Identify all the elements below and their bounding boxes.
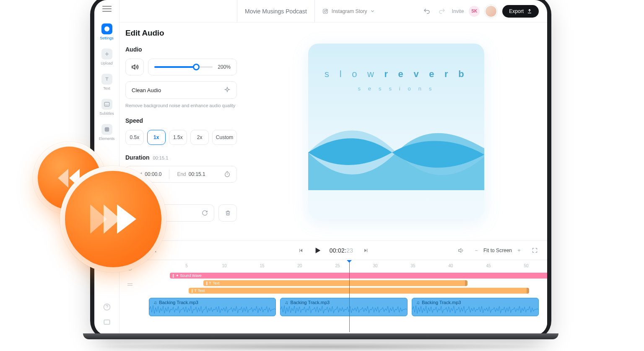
target-icon <box>101 23 112 34</box>
zoom-out-button[interactable]: − <box>473 248 479 253</box>
skip-forward-icon[interactable] <box>361 245 371 256</box>
cover-title-bold: r e v e r b <box>384 69 467 79</box>
shapes-icon <box>101 124 112 135</box>
cover-wave-art <box>308 115 484 190</box>
settings-rect-icon[interactable] <box>103 318 111 328</box>
plus-icon <box>101 49 112 59</box>
speed-0-5x[interactable]: 0.5x <box>125 130 144 145</box>
undo-icon[interactable] <box>422 6 432 16</box>
speed-1x[interactable]: 1x <box>147 130 166 145</box>
slider-thumb[interactable] <box>193 64 200 70</box>
end-field[interactable]: End00:15.1 <box>177 171 205 177</box>
export-button[interactable]: Export <box>502 5 539 18</box>
delete-audio-button[interactable] <box>218 204 237 222</box>
avatar[interactable] <box>485 5 497 18</box>
mute-icon[interactable] <box>456 245 466 256</box>
play-button[interactable] <box>314 246 322 255</box>
audio-heading: Audio <box>125 46 237 53</box>
svg-rect-2 <box>104 102 109 106</box>
cover-preview: s l o w r e v e r b s e s s i o n s <box>308 44 484 219</box>
duration-value: 00:15.1 <box>153 155 169 160</box>
sparkle-icon <box>224 87 231 93</box>
invite-label[interactable]: Invite <box>452 8 464 14</box>
audio-clip-3[interactable]: ♫Backing Track.mp3 <box>412 298 539 316</box>
menu-hamburger-icon[interactable] <box>102 4 112 13</box>
sidebar-item-settings[interactable]: Settings <box>94 20 119 44</box>
cover-title-light: s l o w <box>325 69 384 79</box>
subtitles-icon <box>101 99 112 110</box>
audio-clip-1[interactable]: ♫Backing Track.mp3 <box>149 298 276 316</box>
sidebar-item-label: Settings <box>100 36 114 40</box>
fast-forward-icon <box>65 171 161 267</box>
volume-icon <box>131 63 138 71</box>
track-text-2[interactable]: ‖ TText <box>189 288 529 294</box>
sidebar-item-label: Subtitles <box>99 111 114 116</box>
export-label: Export <box>509 8 524 14</box>
instagram-icon <box>322 8 328 14</box>
audio-clip-2[interactable]: ♫Backing Track.mp3 <box>280 298 407 316</box>
svg-rect-5 <box>104 320 110 325</box>
redo-icon[interactable] <box>437 6 447 16</box>
stopwatch-icon[interactable] <box>224 171 231 178</box>
sidebar-item-elements[interactable]: Elements <box>94 121 119 144</box>
svg-point-8 <box>326 10 327 10</box>
fit-to-screen-button[interactable]: Fit to Screen <box>483 248 512 253</box>
project-title: Movie Musings Podcast <box>237 0 315 23</box>
clean-audio-label: Clean Audio <box>132 87 161 93</box>
text-icon <box>101 74 112 85</box>
sidebar-item-label: Elements <box>99 137 115 141</box>
zoom-in-button[interactable]: + <box>516 248 522 253</box>
playback-time: 00:02:23 <box>330 247 353 254</box>
sidebar-item-label: Upload <box>101 61 113 65</box>
cover-subtitle: s e s s i o n s <box>308 85 484 92</box>
speed-1-5x[interactable]: 1.5x <box>169 130 187 145</box>
clean-audio-button[interactable]: Clean Audio <box>125 81 237 99</box>
avatar-initials[interactable]: SK <box>469 6 480 17</box>
format-dropdown[interactable]: Instagram Story <box>322 8 374 14</box>
svg-rect-3 <box>104 127 109 132</box>
upload-icon <box>527 9 532 14</box>
layers-icon[interactable] <box>125 279 135 290</box>
trash-icon <box>225 210 231 216</box>
speed-heading: Speed <box>125 117 237 124</box>
svg-point-9 <box>225 172 230 177</box>
format-label: Instagram Story <box>332 8 367 14</box>
svg-point-1 <box>106 28 108 30</box>
help-icon[interactable] <box>103 303 111 312</box>
skip-back-icon[interactable] <box>296 245 306 256</box>
volume-value: 200% <box>218 64 231 70</box>
sidebar-item-label: Text <box>103 86 110 90</box>
speed-2x[interactable]: 2x <box>190 130 209 145</box>
volume-icon-button[interactable] <box>125 59 144 75</box>
sidebar-item-text[interactable]: Text <box>94 70 119 94</box>
refresh-icon <box>202 210 208 216</box>
panel-title: Edit Audio <box>125 28 237 38</box>
volume-slider[interactable]: 200% <box>148 59 237 75</box>
duration-heading: Duration <box>125 154 150 161</box>
track-text-1[interactable]: ‖ TText <box>203 280 467 286</box>
speed-custom[interactable]: Custom <box>212 130 237 145</box>
sidebar-item-subtitles[interactable]: Subtitles <box>94 95 119 119</box>
clean-audio-hint: Remove background noise and enhance audi… <box>125 103 237 108</box>
fullscreen-icon[interactable] <box>530 245 540 256</box>
svg-point-7 <box>325 10 327 12</box>
sidebar-item-upload[interactable]: Upload <box>94 45 119 69</box>
track-sound-wave[interactable]: ‖ ✦Sound Wave <box>170 273 547 279</box>
playhead[interactable] <box>349 261 350 332</box>
chevron-down-icon <box>371 9 374 13</box>
